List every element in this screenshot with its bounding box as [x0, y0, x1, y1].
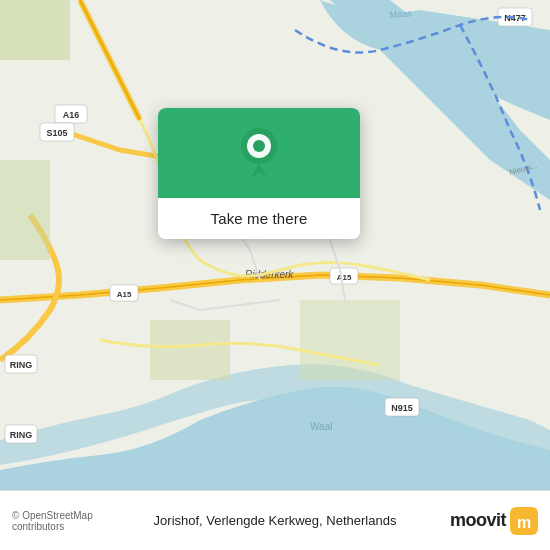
map-tiles: A16 S105 A15 A15 RING RING N477 N915 Rid… — [0, 0, 550, 490]
svg-text:RING: RING — [10, 430, 33, 440]
location-popup: Take me there — [158, 108, 360, 239]
svg-rect-22 — [0, 160, 50, 260]
svg-text:A15: A15 — [337, 273, 352, 282]
svg-text:N915: N915 — [391, 403, 413, 413]
svg-text:Waal: Waal — [310, 421, 332, 432]
svg-text:A16: A16 — [63, 110, 80, 120]
svg-point-27 — [253, 140, 265, 152]
svg-text:S105: S105 — [46, 128, 67, 138]
location-label: Jorishof, Verlengde Kerkweg, Netherlands — [148, 513, 403, 528]
moovit-logo-icon: m — [510, 507, 538, 535]
svg-text:RING: RING — [10, 360, 33, 370]
svg-rect-21 — [0, 0, 70, 60]
copyright-text: © OpenStreetMap contributors — [12, 510, 140, 532]
popup-header — [158, 108, 360, 198]
location-pin-icon — [237, 126, 281, 180]
svg-text:A15: A15 — [117, 290, 132, 299]
svg-rect-23 — [150, 320, 230, 380]
map[interactable]: A16 S105 A15 A15 RING RING N477 N915 Rid… — [0, 0, 550, 490]
svg-text:m: m — [517, 514, 531, 531]
take-me-there-button[interactable]: Take me there — [158, 198, 360, 239]
svg-rect-24 — [300, 300, 400, 380]
svg-text:Maas: Maas — [389, 8, 412, 20]
bottom-bar: © OpenStreetMap contributors Jorishof, V… — [0, 490, 550, 550]
moovit-logo: moovit m — [411, 507, 539, 535]
moovit-logo-text: moovit — [450, 510, 506, 531]
